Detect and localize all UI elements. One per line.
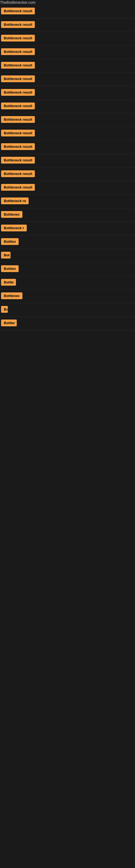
- result-row[interactable]: Bottler: [0, 317, 135, 330]
- site-header: TheBottlenecker.com: [0, 0, 135, 5]
- bottleneck-badge[interactable]: Bottleneck result: [1, 116, 35, 123]
- bottleneck-badge[interactable]: Bottlenec: [1, 211, 22, 218]
- site-title: TheBottlenecker.com: [0, 0, 36, 8]
- result-row[interactable]: Bottleneck result: [0, 113, 135, 127]
- bottleneck-badge[interactable]: Bottleneck result: [1, 130, 35, 136]
- bottleneck-badge[interactable]: Bot: [1, 252, 10, 258]
- result-row[interactable]: Bottleneck result: [0, 100, 135, 113]
- bottleneck-badge[interactable]: Bottlenec: [1, 292, 22, 299]
- bottleneck-badge[interactable]: Bottleneck result: [1, 21, 35, 28]
- result-row[interactable]: Bottlen: [0, 262, 135, 276]
- result-row[interactable]: Bottleneck result: [0, 167, 135, 181]
- bottleneck-badge[interactable]: Bottleneck result: [1, 89, 35, 96]
- results-list: Bottleneck resultBottleneck resultBottle…: [0, 5, 135, 330]
- bottleneck-badge[interactable]: Bottle: [1, 279, 16, 286]
- bottleneck-badge[interactable]: Bottler: [1, 319, 17, 326]
- bottleneck-badge[interactable]: Bo: [1, 306, 8, 313]
- result-row[interactable]: Bottleneck result: [0, 154, 135, 167]
- bottleneck-badge[interactable]: Bottleneck result: [1, 143, 35, 150]
- bottleneck-badge[interactable]: Bottleneck result: [1, 62, 35, 69]
- bottleneck-badge[interactable]: Bottleneck result: [1, 48, 35, 55]
- bottleneck-badge[interactable]: Bottleneck result: [1, 35, 35, 41]
- result-row[interactable]: Bottleneck result: [0, 127, 135, 141]
- result-row[interactable]: Bottlenec: [0, 208, 135, 222]
- bottleneck-badge[interactable]: Bottleneck re: [1, 197, 29, 204]
- result-row[interactable]: Bottleneck result: [0, 59, 135, 73]
- bottleneck-badge[interactable]: Bottleneck result: [1, 184, 35, 191]
- result-row[interactable]: Bo: [0, 303, 135, 317]
- bottleneck-badge[interactable]: Bottleneck result: [1, 75, 35, 82]
- bottleneck-badge[interactable]: Bottleneck result: [1, 102, 35, 109]
- bottleneck-badge[interactable]: Bottleneck r: [1, 225, 27, 231]
- result-row[interactable]: Bottleneck re: [0, 195, 135, 208]
- result-row[interactable]: Bottleneck result: [0, 141, 135, 154]
- result-row[interactable]: Bottlenec: [0, 290, 135, 303]
- result-row[interactable]: Bottleneck result: [0, 32, 135, 45]
- result-row[interactable]: Bottle: [0, 276, 135, 290]
- bottleneck-badge[interactable]: Bottleneck result: [1, 170, 35, 177]
- bottleneck-badge[interactable]: Bottlen: [1, 238, 18, 245]
- bottleneck-badge[interactable]: Bottleneck result: [1, 157, 35, 163]
- result-row[interactable]: Bottleneck result: [0, 181, 135, 195]
- result-row[interactable]: Bottleneck result: [0, 19, 135, 32]
- bottleneck-badge[interactable]: Bottleneck result: [1, 8, 35, 14]
- result-row[interactable]: Bottleneck result: [0, 45, 135, 59]
- result-row[interactable]: Bottlen: [0, 236, 135, 249]
- result-row[interactable]: Bot: [0, 249, 135, 262]
- result-row[interactable]: Bottleneck result: [0, 86, 135, 100]
- bottleneck-badge[interactable]: Bottlen: [1, 265, 18, 272]
- result-row[interactable]: Bottleneck r: [0, 222, 135, 236]
- result-row[interactable]: Bottleneck result: [0, 73, 135, 86]
